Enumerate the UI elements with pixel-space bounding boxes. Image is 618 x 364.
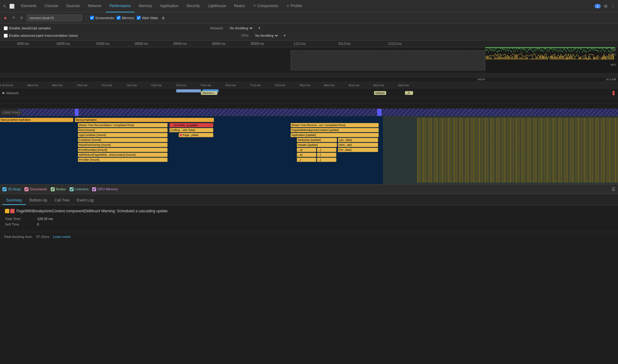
long-tasks-bar: LONG TASKS bbox=[0, 109, 618, 116]
memory-checkbox[interactable]: Memory bbox=[117, 16, 134, 20]
settings-icon[interactable]: ⚙ bbox=[603, 4, 608, 9]
tab-bottom-up[interactable]: Bottom-Up bbox=[26, 196, 51, 205]
flame-block-pwbc[interactable]: PageWithBreakpointsContext [update] bbox=[291, 128, 379, 132]
documents-checkbox[interactable]: Documents bbox=[24, 187, 47, 191]
heap-val: 36.4 MB bbox=[606, 78, 616, 81]
detail-ruler: s 6713 ms 6813 ms 6913 ms 7013 ms 7113 m… bbox=[0, 82, 618, 88]
network-throttle-chevron[interactable]: ▾ bbox=[258, 26, 260, 30]
more-options-icon[interactable]: ⋮ bbox=[611, 4, 616, 9]
cpu-throttle-select[interactable]: No throttling bbox=[254, 33, 279, 38]
tab-call-tree[interactable]: Call Tree bbox=[51, 196, 73, 205]
metrics-bar: JS Heap Documents Nodes Listeners GPU Me… bbox=[0, 184, 618, 194]
flame-block-appcontainer[interactable]: AppContainer [mount] bbox=[78, 133, 168, 137]
tab-sources[interactable]: Sources bbox=[62, 0, 83, 12]
flame-block-app-update[interactable]: Application [update] bbox=[291, 133, 379, 137]
long-tasks-stripe bbox=[17, 109, 618, 116]
tab-memory[interactable]: Memory bbox=[135, 0, 156, 12]
ruler-mark-9: 11113 ms bbox=[388, 42, 402, 45]
long-tasks-solid-0 bbox=[75, 109, 79, 116]
network-row-label[interactable]: ▶ Network bbox=[0, 91, 25, 95]
detail-ruler-mark-16: 8313 ms bbox=[398, 84, 409, 87]
flame-block-withredux[interactable]: withRedux(PageWithB...ointsContext) [mou… bbox=[78, 153, 168, 157]
flame-hydration[interactable]: Next.js-hydration bbox=[75, 118, 214, 122]
flame-block-j2[interactable]: ...] bbox=[317, 153, 336, 157]
device-icon[interactable]: ⬜ bbox=[9, 4, 14, 9]
flame-block-j1[interactable]: ...] bbox=[317, 148, 336, 152]
detail-ruler-mark-8: 7513 ms bbox=[200, 84, 211, 87]
listeners-checkbox[interactable]: Listeners bbox=[70, 187, 89, 191]
tab-console[interactable]: Console bbox=[41, 0, 62, 12]
blocking-time-value: 97.42ms bbox=[36, 235, 49, 239]
tab-application[interactable]: Application bbox=[156, 0, 182, 12]
flame-block-e1[interactable]: ...e] bbox=[297, 148, 316, 152]
summary-panel: PageWithBreakpointsContext.componentDidM… bbox=[0, 205, 618, 232]
flame-block-lan[interactable]: Lan...date] bbox=[338, 138, 378, 142]
web-vitals-checkbox[interactable]: Web Vitals bbox=[137, 16, 158, 20]
tab-network[interactable]: Network bbox=[84, 0, 105, 12]
flame-chart[interactable]: Next.js-before-hydration Next.js-hydrati… bbox=[0, 116, 618, 184]
screenshots-checkbox[interactable]: Screenshots bbox=[90, 16, 114, 20]
flame-block-container[interactable]: Container [mount] bbox=[78, 138, 168, 142]
network-label-webpac: webpac bbox=[374, 91, 386, 95]
ruler-mark-0: 5000 ms bbox=[17, 42, 29, 45]
reload-record-button[interactable]: ↺ bbox=[11, 15, 16, 21]
metrics-expand-icon[interactable]: ☰ bbox=[612, 187, 616, 192]
flame-block-dots1[interactable]: ...) bbox=[297, 158, 316, 162]
detail-ruler-mark-s: s bbox=[0, 84, 2, 87]
flame-block-dots2[interactable]: ...] bbox=[317, 158, 336, 162]
gpu-memory-checkbox[interactable]: GPU Memory bbox=[92, 187, 118, 191]
network-throttle-select[interactable]: No throttling bbox=[229, 26, 254, 30]
flame-block-commit[interactable]: (Commit...g update bbox=[169, 123, 213, 127]
overview-ruler: 5000 ms 10000 ms 15000 ms 20000 ms 25000… bbox=[0, 40, 618, 47]
flame-block-provider[interactable]: Provider [mount] bbox=[78, 158, 168, 162]
flame-block-par[interactable]: Par...date] bbox=[338, 148, 378, 152]
total-time-row: Total Time 128.25 ms bbox=[5, 217, 613, 221]
tab-summary[interactable]: Summary bbox=[2, 196, 26, 205]
flame-block-right-0[interactable]: (React Tree Reconci...ion: Completed Roo… bbox=[291, 123, 379, 127]
flame-block-errorboundary[interactable]: ErrorBoundary [mount] bbox=[78, 148, 168, 152]
learn-more-link[interactable]: Learn more bbox=[53, 235, 70, 239]
timeline-scrollbar[interactable] bbox=[0, 74, 618, 77]
flame-block-0[interactable]: (React Tree Reconciliation: Completed Ro… bbox=[78, 123, 168, 127]
tab-lighthouse[interactable]: Lighthouse bbox=[204, 0, 230, 12]
clear-button[interactable]: ⊘ bbox=[19, 15, 24, 21]
disable-js-checkbox[interactable]: Disable JavaScript samples bbox=[4, 26, 51, 30]
flame-block-root[interactable]: Root [mount] bbox=[78, 128, 168, 132]
network-bar-0[interactable] bbox=[176, 89, 201, 92]
flame-block-stickynav[interactable]: StickyNav [update] bbox=[297, 138, 337, 142]
heap-label: HEAP bbox=[477, 78, 485, 81]
flame-block-e2[interactable]: ...e] bbox=[297, 153, 316, 157]
tab-security[interactable]: Security bbox=[183, 0, 203, 12]
detail-ruler-mark-14: 8113 ms bbox=[349, 84, 360, 87]
tab-components[interactable]: ⚛ Components bbox=[249, 0, 282, 12]
js-heap-checkbox[interactable]: JS Heap bbox=[2, 187, 21, 191]
network-label-d: _d... bbox=[405, 91, 413, 95]
listeners-label: Listeners bbox=[75, 187, 89, 191]
cpu-throttle-chevron[interactable]: ▾ bbox=[284, 33, 286, 38]
record-button[interactable]: ● bbox=[2, 15, 8, 21]
blocking-time-label: Total blocking time: bbox=[4, 235, 33, 239]
top-nav: ↖ ⬜ Elements Console Sources Network Per… bbox=[0, 0, 618, 12]
flame-before-hydration[interactable]: Next.js-before-hydration bbox=[0, 118, 73, 122]
detail-ruler-mark-1: 6813 ms bbox=[27, 84, 38, 87]
gpu-memory-label: GPU Memory bbox=[97, 187, 118, 191]
url-bar[interactable] bbox=[27, 15, 82, 21]
tab-redux[interactable]: Redux bbox=[230, 0, 249, 12]
self-time-val: 0 bbox=[37, 222, 39, 226]
tab-performance[interactable]: Performance bbox=[106, 0, 134, 12]
flame-block-hom[interactable]: Hom...ate] bbox=[338, 143, 378, 147]
flame-block-reactdevoverlay[interactable]: ReactDevOverlay [mount] bbox=[78, 143, 168, 147]
pointer-icon[interactable]: ↖ bbox=[2, 4, 7, 9]
nodes-checkbox[interactable]: Nodes bbox=[51, 187, 66, 191]
delete-button[interactable]: 🗑 bbox=[160, 15, 166, 21]
flame-block-page-update[interactable]: Page...pdate bbox=[179, 133, 213, 137]
tab-profiler[interactable]: ⚛ Profiler bbox=[283, 0, 306, 12]
long-tasks-label: LONG TASKS bbox=[1, 110, 22, 115]
flame-block-header[interactable]: Header [update] bbox=[297, 143, 337, 147]
tab-event-log[interactable]: Event Log bbox=[73, 196, 97, 205]
long-tasks-solid-1 bbox=[377, 109, 381, 116]
enable-paint-checkbox[interactable]: Enable advanced paint instrumentation (s… bbox=[4, 34, 78, 38]
flame-block-calling[interactable]: (Calling ...452 Total) bbox=[169, 128, 213, 132]
total-time-key: Total Time bbox=[5, 217, 30, 221]
tab-elements[interactable]: Elements bbox=[17, 0, 40, 12]
